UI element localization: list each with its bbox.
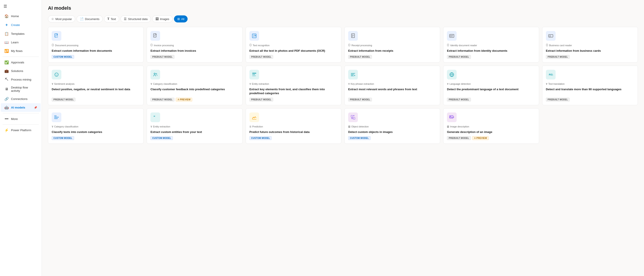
card-icon-language-detection xyxy=(447,70,456,80)
cat-label-text-recognition: Text recognition xyxy=(253,44,270,47)
card-text-recognition[interactable]: Text recognition Extract all the text in… xyxy=(246,27,341,63)
sidebar-item-process-mining[interactable]: ⛏ Process mining xyxy=(1,75,41,84)
sidebar-item-create[interactable]: + Create xyxy=(1,21,41,30)
card-entity-extract-custom[interactable]: " T Entity extraction Extract custom ent… xyxy=(147,108,242,144)
sidebar-item-ai-models[interactable]: 🤖 AI models 📌 xyxy=(1,103,41,112)
sidebar-item-power-platform[interactable]: ⚡ Power Platform xyxy=(1,126,41,134)
card-badges-category-class: PREBUILT MODELPREVIEW xyxy=(150,98,239,101)
badge-prebuilt: PREBUILT MODEL xyxy=(52,98,76,101)
card-badges-image-description: PREBUILT MODELPREVIEW xyxy=(447,136,535,140)
card-title-key-phrase: Extract most relevant words and phrases … xyxy=(348,87,436,91)
ai-models-icon: 🤖 xyxy=(4,105,9,110)
badge-custom: CUSTOM MODEL xyxy=(150,136,173,140)
sidebar-item-connections[interactable]: 🔗 Connections xyxy=(1,95,41,103)
svg-rect-26 xyxy=(54,117,58,118)
process-mining-icon: ⛏ xyxy=(4,78,9,81)
tab-most-popular[interactable]: ☆ Most popular xyxy=(48,16,75,23)
cat-label-object-detection: Object detection xyxy=(351,125,369,128)
svg-rect-29 xyxy=(351,115,353,117)
filter-tabs: ☆ Most popular 📄 Documents T Text ☰ Stru… xyxy=(48,16,638,23)
card-title-receipt-processing: Extract information from receipts xyxy=(348,49,436,53)
sidebar-label-power-platform: Power Platform xyxy=(11,129,31,132)
tab-structured-data[interactable]: ☰ Structured data xyxy=(120,16,151,23)
card-receipt-processing[interactable]: Receipt processing Extract information f… xyxy=(344,27,440,63)
cat-icon-key-phrase: T xyxy=(348,83,350,85)
cat-icon-business-card xyxy=(546,44,548,47)
card-text-translation[interactable]: Aあ T Text translation Detect and transla… xyxy=(542,66,638,105)
cat-label-business-card: Business card reader xyxy=(549,44,572,47)
tab-all[interactable]: ⊞ All xyxy=(174,16,188,23)
card-object-detection[interactable]: 🖼 Object detection Detect custom objects… xyxy=(344,108,440,144)
svg-rect-8 xyxy=(348,44,350,46)
sidebar-item-more[interactable]: ••• More xyxy=(1,115,41,123)
sidebar-label-ai-models: AI models xyxy=(11,106,25,109)
more-icon: ••• xyxy=(4,117,9,121)
sidebar-item-templates[interactable]: 📋 Templates xyxy=(1,30,41,38)
card-badges-prediction: CUSTOM MODEL xyxy=(250,136,338,140)
card-icon-receipt-processing xyxy=(348,31,358,41)
card-badges-text-translation: PREBUILT MODEL xyxy=(546,98,634,101)
badge-prebuilt: PREBUILT MODEL xyxy=(250,98,273,101)
card-badges-text-recognition: PREBUILT MODEL xyxy=(250,55,338,59)
hamburger-menu[interactable]: ☰ xyxy=(0,2,42,11)
card-entity-extraction[interactable]: T Entity extraction Extract key elements… xyxy=(246,66,341,105)
card-badges-sentiment-analysis: PREBUILT MODEL xyxy=(52,98,140,101)
svg-rect-4 xyxy=(151,44,152,46)
sidebar-item-home[interactable]: 🏠 Home xyxy=(1,12,41,21)
sidebar-label-templates: Templates xyxy=(11,32,25,36)
card-prediction[interactable]: ☰ Prediction Predict future outcomes fro… xyxy=(246,108,341,144)
card-category-class-custom[interactable]: T Category classification Classify texts… xyxy=(48,108,144,144)
tab-text[interactable]: T Text xyxy=(104,16,119,23)
main-content: AI models ☆ Most popular 📄 Documents T T… xyxy=(42,0,644,276)
card-language-detection[interactable]: T Language detection Detect the predomin… xyxy=(443,66,539,105)
sidebar-item-approvals[interactable]: ✅ Approvals xyxy=(1,58,41,67)
sidebar-label-home: Home xyxy=(11,15,19,18)
sidebar-item-my-flows[interactable]: 🔁 My flows xyxy=(1,47,41,55)
svg-point-31 xyxy=(352,118,353,119)
pin-icon[interactable]: 📌 xyxy=(34,106,37,109)
sidebar-item-desktop-flow[interactable]: 🖥 Desktop flow activity xyxy=(1,84,41,95)
sidebar-label-solutions: Solutions xyxy=(11,69,23,73)
card-category-prediction: ☰ Prediction xyxy=(250,125,338,128)
cat-icon-language-detection: T xyxy=(447,83,448,85)
card-identity-doc[interactable]: Identity document reader Extract informa… xyxy=(443,27,539,63)
badge-prebuilt: PREBUILT MODEL xyxy=(447,136,471,140)
card-category-class[interactable]: T Category classification Classify custo… xyxy=(147,66,242,105)
badge-preview: PREVIEW xyxy=(176,98,192,101)
card-title-text-recognition: Extract all the text in photos and PDF d… xyxy=(250,49,338,53)
cat-label-invoice-processing: Invoice processing xyxy=(154,44,174,47)
desktop-flow-icon: 🖥 xyxy=(4,87,9,91)
card-business-card[interactable]: Business card reader Extract information… xyxy=(542,27,638,63)
card-icon-category-class-custom xyxy=(52,112,61,122)
card-title-identity-doc: Extract information from identity docume… xyxy=(447,49,535,53)
card-badges-invoice-processing: PREBUILT MODEL xyxy=(150,55,239,59)
cat-label-category-class: Category classification xyxy=(153,83,177,85)
card-badges-business-card: PREBUILT MODEL xyxy=(546,55,634,59)
card-doc-processing[interactable]: Document processing Extract custom infor… xyxy=(48,27,144,63)
card-key-phrase[interactable]: T Key phrase extraction Extract most rel… xyxy=(344,66,440,105)
badge-prebuilt: PREBUILT MODEL xyxy=(447,55,471,59)
cat-label-entity-extraction: Entity extraction xyxy=(252,83,269,85)
sidebar-item-learn[interactable]: 📖 Learn xyxy=(1,38,41,47)
svg-rect-2 xyxy=(52,44,54,46)
svg-rect-25 xyxy=(54,116,56,116)
tab-images[interactable]: 🖼 Images xyxy=(152,16,173,23)
tab-documents[interactable]: 📄 Documents xyxy=(76,16,103,23)
cat-label-text-translation: Text translation xyxy=(548,83,564,85)
card-title-category-class: Classify customer feedback into predefin… xyxy=(150,87,239,91)
card-image-description[interactable]: 🖼 Image description Generate description… xyxy=(443,108,539,144)
card-title-entity-extraction: Extract key elements from text, and clas… xyxy=(250,87,338,95)
sidebar-item-solutions[interactable]: 💼 Solutions xyxy=(1,67,41,75)
card-icon-invoice-processing xyxy=(150,31,160,41)
card-invoice-processing[interactable]: Invoice processing Extract information f… xyxy=(147,27,242,63)
card-category-language-detection: T Language detection xyxy=(447,83,535,85)
card-icon-category-class xyxy=(150,70,160,80)
card-sentiment-analysis[interactable]: T Sentiment analysis Detect positive, ne… xyxy=(48,66,144,105)
svg-point-16 xyxy=(57,74,58,74)
text-filter-icon: T xyxy=(107,17,109,21)
cat-icon-object-detection: 🖼 xyxy=(348,125,350,128)
tab-all-label: All xyxy=(181,17,184,21)
badge-prebuilt: PREBUILT MODEL xyxy=(348,55,372,59)
card-category-sentiment-analysis: T Sentiment analysis xyxy=(52,83,140,85)
sidebar-label-process-mining: Process mining xyxy=(11,78,31,81)
